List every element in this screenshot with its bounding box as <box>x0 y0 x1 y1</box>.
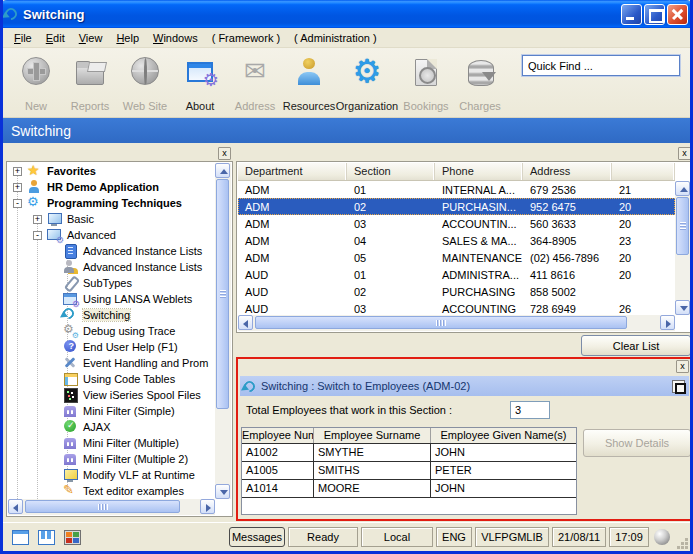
tree-item-debug-using-trace[interactable]: Debug using Trace <box>8 323 215 339</box>
tree-item-mini-filter-simple[interactable]: Mini Filter (Simple) <box>8 403 215 419</box>
column-header-department[interactable]: Department <box>238 163 347 180</box>
menu-help[interactable]: Help <box>109 30 146 46</box>
table-row[interactable]: AUD 02 PURCHASING 858 5002 <box>238 283 675 300</box>
window-icon[interactable] <box>12 530 29 545</box>
tree-item-view-iseries-spool-files[interactable]: View iSeries Spool Files <box>8 387 215 403</box>
tree-item-programming-techniques[interactable]: - Programming Techniques <box>8 195 215 211</box>
expand-toggle-icon[interactable]: + <box>13 167 22 176</box>
department-horizontal-scrollbar[interactable] <box>238 315 675 331</box>
window-grid-icon[interactable] <box>38 530 55 545</box>
tree-item-mini-filter-multiple[interactable]: Mini Filter (Multiple) <box>8 435 215 451</box>
tree-item-advanced[interactable]: - Advanced <box>8 227 215 243</box>
resize-grip[interactable] <box>676 537 688 549</box>
envelope-icon: ✉ <box>238 54 272 88</box>
scroll-right-icon[interactable] <box>660 315 675 330</box>
table-row-selected[interactable]: ADM 02 PURCHASIN... 952 6475 20 <box>238 198 675 215</box>
scroll-up-icon[interactable] <box>675 181 690 196</box>
scrollbar-thumb[interactable] <box>25 500 180 513</box>
table-row[interactable]: A1005 SMITHS PETER <box>242 462 576 480</box>
expand-toggle-icon[interactable]: + <box>33 215 42 224</box>
scroll-left-icon[interactable] <box>238 315 253 330</box>
switch-panel-close-icon[interactable]: x <box>676 360 689 373</box>
scroll-down-icon[interactable] <box>675 300 690 315</box>
tree-item-modify-vlf-at-runtime[interactable]: Modify VLF at Runtime <box>8 467 215 483</box>
window-colored-icon[interactable] <box>64 530 81 545</box>
status-library: VLFPGMLIB <box>475 527 549 547</box>
maximize-button[interactable] <box>644 4 665 25</box>
resources-button[interactable]: Resources <box>282 54 336 112</box>
scroll-up-icon[interactable] <box>215 163 230 178</box>
menu-administration[interactable]: ( Administration ) <box>287 30 384 46</box>
tree-vertical-scrollbar[interactable] <box>215 163 231 499</box>
tree-item-end-user-help[interactable]: End User Help (F1) <box>8 339 215 355</box>
scroll-down-icon[interactable] <box>215 484 230 499</box>
scrollbar-thumb[interactable] <box>216 179 229 409</box>
quick-find-input[interactable] <box>522 55 680 76</box>
about-button[interactable]: ⚙ About <box>173 54 227 112</box>
tree-item-text-editor-examples[interactable]: Text editor examples <box>8 483 215 499</box>
column-header-phone[interactable]: Phone <box>435 163 523 180</box>
tree-item-switching[interactable]: Switching <box>8 307 215 323</box>
scroll-left-icon[interactable] <box>8 499 23 514</box>
menu-file[interactable]: File <box>7 30 39 46</box>
clear-list-button[interactable]: Clear List <box>581 335 691 356</box>
menu-windows[interactable]: Windows <box>146 30 205 46</box>
switching-arrow-icon <box>242 378 258 394</box>
tree-horizontal-scrollbar[interactable] <box>8 499 215 515</box>
column-header-section[interactable]: Section <box>347 163 435 180</box>
tree-item-advanced-instance-lists-2[interactable]: Advanced Instance Lists <box>8 259 215 275</box>
messages-button[interactable]: Messages <box>229 527 285 547</box>
tree-item-ajax[interactable]: AJAX <box>8 419 215 435</box>
expand-toggle-icon[interactable]: - <box>13 199 22 208</box>
tree-item-subtypes[interactable]: SubTypes <box>8 275 215 291</box>
menu-framework[interactable]: ( Framework ) <box>205 30 287 46</box>
department-vertical-scrollbar[interactable] <box>675 181 691 315</box>
tree-panel-close-icon[interactable]: x <box>218 147 231 160</box>
department-panel-strip: x <box>236 146 693 161</box>
tree-item-using-code-tables[interactable]: Using Code Tables <box>8 371 215 387</box>
tree-item-favorites[interactable]: + Favorites <box>8 163 215 179</box>
table-row[interactable]: AUD 03 ACCOUNTING 728 6949 26 <box>238 300 675 315</box>
title-bar[interactable]: Switching <box>0 0 693 28</box>
table-row[interactable]: A1014 MOORE JOHN <box>242 480 576 498</box>
department-panel-close-icon[interactable]: x <box>678 147 691 160</box>
status-language: ENG <box>436 527 472 547</box>
tree-item-using-lansa-weblets[interactable]: Using LANSA Weblets <box>8 291 215 307</box>
menu-view[interactable]: View <box>72 30 110 46</box>
column-header-employee-given-names[interactable]: Employee Given Name(s) <box>431 428 576 443</box>
scroll-right-icon[interactable] <box>200 499 215 514</box>
table-row[interactable]: AUD 01 ADMINISTRA... 411 8616 20 <box>238 266 675 283</box>
gears-icon <box>63 324 78 338</box>
banner-title: Switching <box>11 123 71 139</box>
column-header-address[interactable]: Address <box>523 163 612 180</box>
status-date: 21/08/11 <box>552 527 606 547</box>
menu-bar: File Edit View Help Windows ( Framework … <box>3 28 690 48</box>
tree-item-basic[interactable]: + Basic <box>8 211 215 227</box>
total-employees-field[interactable] <box>510 401 550 419</box>
column-header-employee-surname[interactable]: Employee Surname <box>314 428 431 443</box>
menu-edit[interactable]: Edit <box>39 30 72 46</box>
tree-item-mini-filter-multiple-2[interactable]: Mini Filter (Multiple 2) <box>8 451 215 467</box>
switching-arrow-icon <box>63 308 78 322</box>
close-button[interactable] <box>667 4 688 25</box>
tree-item-hr-demo[interactable]: + HR Demo Application <box>8 179 215 195</box>
table-row[interactable]: ADM 05 MAINTENANCE (02) 456-7896 20 <box>238 249 675 266</box>
monitor-icon <box>63 468 78 482</box>
table-row[interactable]: ADM 01 INTERNAL A... 679 2536 21 <box>238 181 675 198</box>
code-table-icon <box>63 372 78 386</box>
panel-restore-icon[interactable] <box>672 380 685 393</box>
tree-item-advanced-instance-lists[interactable]: Advanced Instance Lists <box>8 243 215 259</box>
minimize-button[interactable] <box>621 4 642 25</box>
expand-toggle-icon[interactable]: + <box>13 183 22 192</box>
organization-button[interactable]: ⚙ Organization <box>340 54 394 112</box>
tree-item-event-handling[interactable]: Event Handling and Prom <box>8 355 215 371</box>
scrollbar-thumb[interactable] <box>255 316 627 329</box>
table-row[interactable]: ADM 04 SALES & MA... 364-8905 23 <box>238 232 675 249</box>
pencil-icon <box>63 484 78 498</box>
table-row[interactable]: A1002 SMYTHE JOHN <box>242 444 576 462</box>
column-header-employee-number[interactable]: Employee Number <box>242 428 314 443</box>
expand-toggle-icon[interactable]: - <box>33 231 42 240</box>
table-row[interactable]: ADM 03 ACCOUNTIN... 560 3633 20 <box>238 215 675 232</box>
monitor-icon <box>47 212 62 226</box>
scrollbar-thumb[interactable] <box>676 197 689 255</box>
